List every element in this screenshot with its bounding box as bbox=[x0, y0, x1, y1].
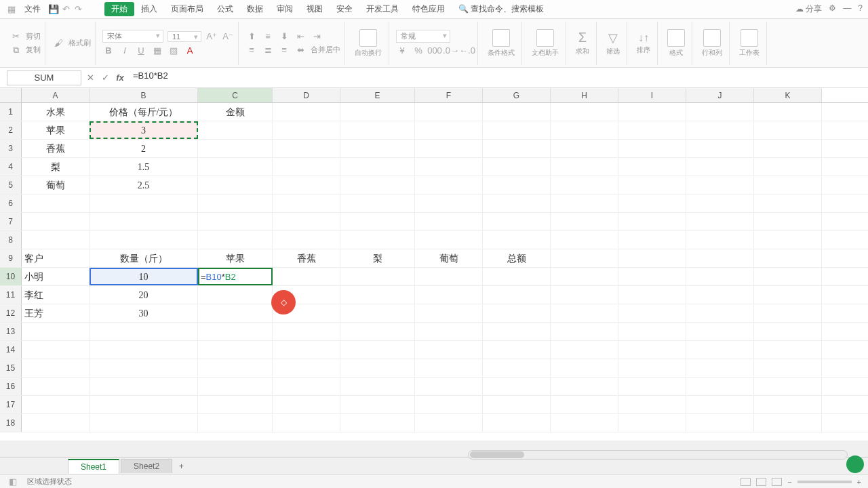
row-header-6[interactable]: 6 bbox=[0, 195, 22, 212]
cell-B4[interactable]: 1.5 bbox=[90, 158, 198, 176]
horizontal-scrollbar[interactable] bbox=[468, 450, 848, 460]
cell-G18[interactable] bbox=[483, 414, 551, 432]
col-header-D[interactable]: D bbox=[273, 88, 340, 102]
cell-E4[interactable] bbox=[340, 158, 415, 176]
cell-K2[interactable] bbox=[754, 121, 822, 139]
cell-H5[interactable] bbox=[551, 176, 618, 194]
cell-A3[interactable]: 香蕉 bbox=[22, 140, 90, 157]
cell-D13[interactable] bbox=[273, 323, 340, 340]
cell-D4[interactable] bbox=[273, 158, 340, 176]
italic-icon[interactable]: I bbox=[119, 44, 131, 56]
cell-I9[interactable] bbox=[618, 249, 686, 267]
cell-E10[interactable] bbox=[340, 268, 415, 285]
cell-H3[interactable] bbox=[551, 140, 618, 157]
align-top-icon[interactable]: ⬆ bbox=[245, 30, 258, 43]
cell-H9[interactable] bbox=[551, 249, 618, 267]
cell-E18[interactable] bbox=[340, 414, 415, 432]
cell-G6[interactable] bbox=[483, 195, 551, 212]
cell-J8[interactable] bbox=[686, 231, 754, 249]
cell-G11[interactable] bbox=[483, 286, 551, 304]
cell-B18[interactable] bbox=[90, 414, 198, 432]
menu-layout[interactable]: 页面布局 bbox=[164, 3, 210, 15]
cell-F14[interactable] bbox=[415, 341, 483, 359]
cell-I16[interactable] bbox=[618, 378, 686, 395]
menu-insert[interactable]: 插入 bbox=[134, 3, 164, 15]
cell-E15[interactable] bbox=[340, 359, 415, 377]
cell-D3[interactable] bbox=[273, 140, 340, 157]
col-header-I[interactable]: I bbox=[618, 88, 686, 102]
zoom-slider[interactable] bbox=[797, 481, 852, 483]
cell-H6[interactable] bbox=[551, 195, 618, 212]
cell-I14[interactable] bbox=[618, 341, 686, 359]
cell-F5[interactable] bbox=[415, 176, 483, 194]
cell-F8[interactable] bbox=[415, 231, 483, 249]
cell-D16[interactable] bbox=[273, 378, 340, 395]
cell-K8[interactable] bbox=[754, 231, 822, 249]
cell-K6[interactable] bbox=[754, 195, 822, 212]
cell-I18[interactable] bbox=[618, 414, 686, 432]
cell-C14[interactable] bbox=[198, 341, 273, 359]
cell-E17[interactable] bbox=[340, 396, 415, 413]
doc-assist-button[interactable]: 文档助手 bbox=[529, 29, 561, 58]
cell-A15[interactable] bbox=[22, 359, 90, 377]
indent-inc-icon[interactable]: ⇥ bbox=[311, 30, 323, 43]
cell-H8[interactable] bbox=[551, 231, 618, 249]
help-icon[interactable]: ? bbox=[858, 3, 863, 15]
cell-B17[interactable] bbox=[90, 396, 198, 413]
cell-K10[interactable] bbox=[754, 268, 822, 285]
cell-F9[interactable]: 葡萄 bbox=[415, 249, 483, 267]
cell-F3[interactable] bbox=[415, 140, 483, 157]
cell-G5[interactable] bbox=[483, 176, 551, 194]
cell-I4[interactable] bbox=[618, 158, 686, 176]
cell-J3[interactable] bbox=[686, 140, 754, 157]
cell-J9[interactable] bbox=[686, 249, 754, 267]
underline-icon[interactable]: U bbox=[135, 44, 147, 56]
cell-A8[interactable] bbox=[22, 231, 90, 249]
cell-F1[interactable] bbox=[415, 103, 483, 121]
col-header-H[interactable]: H bbox=[551, 88, 618, 102]
cell-E7[interactable] bbox=[340, 213, 415, 230]
copy-icon[interactable]: ⧉ bbox=[9, 44, 22, 56]
row-header-3[interactable]: 3 bbox=[0, 140, 22, 157]
align-center-icon[interactable]: ≣ bbox=[262, 44, 274, 56]
cell-J4[interactable] bbox=[686, 158, 754, 176]
cell-E9[interactable]: 梨 bbox=[340, 249, 415, 267]
row-header-5[interactable]: 5 bbox=[0, 176, 22, 194]
cell-C10[interactable]: =B10*B2 bbox=[198, 268, 273, 285]
col-header-B[interactable]: B bbox=[90, 88, 198, 102]
cell-A17[interactable] bbox=[22, 396, 90, 413]
cell-E1[interactable] bbox=[340, 103, 415, 121]
cell-D6[interactable] bbox=[273, 195, 340, 212]
menu-security[interactable]: 安全 bbox=[330, 3, 359, 15]
cell-D1[interactable] bbox=[273, 103, 340, 121]
cell-D17[interactable] bbox=[273, 396, 340, 413]
cell-H7[interactable] bbox=[551, 213, 618, 230]
fx-icon[interactable]: fx bbox=[114, 73, 126, 83]
cell-A13[interactable] bbox=[22, 323, 90, 340]
cell-I12[interactable] bbox=[618, 304, 686, 322]
cell-G4[interactable] bbox=[483, 158, 551, 176]
cell-H10[interactable] bbox=[551, 268, 618, 285]
shrink-font-icon[interactable]: A⁻ bbox=[222, 30, 234, 43]
cell-B7[interactable] bbox=[90, 213, 198, 230]
tab-add[interactable]: + bbox=[174, 460, 189, 473]
cell-D2[interactable] bbox=[273, 121, 340, 139]
cell-K4[interactable] bbox=[754, 158, 822, 176]
sort-button[interactable]: ↓↑排序 bbox=[634, 32, 653, 55]
cell-D7[interactable] bbox=[273, 213, 340, 230]
cell-A9[interactable]: 客户 bbox=[22, 249, 90, 267]
cell-E3[interactable] bbox=[340, 140, 415, 157]
cell-C1[interactable]: 金额 bbox=[198, 103, 273, 121]
cell-A12[interactable]: 王芳 bbox=[22, 304, 90, 322]
row-header-2[interactable]: 2 bbox=[0, 121, 22, 139]
row-header-7[interactable]: 7 bbox=[0, 213, 22, 230]
cell-K12[interactable] bbox=[754, 304, 822, 322]
cell-G14[interactable] bbox=[483, 341, 551, 359]
cell-J13[interactable] bbox=[686, 323, 754, 340]
cell-F11[interactable] bbox=[415, 286, 483, 304]
cell-B3[interactable]: 2 bbox=[90, 140, 198, 157]
menu-data[interactable]: 数据 bbox=[240, 3, 270, 15]
cell-C6[interactable] bbox=[198, 195, 273, 212]
cell-B10[interactable]: 10 bbox=[90, 268, 198, 285]
align-right-icon[interactable]: ≡ bbox=[278, 44, 290, 56]
